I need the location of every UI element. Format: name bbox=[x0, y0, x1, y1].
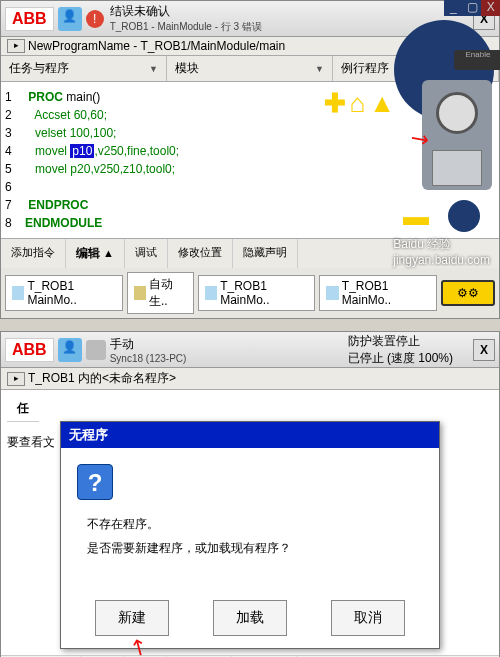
title-text: 结误未确认 T_ROB1 - MainModule - 行 3 错误 bbox=[110, 3, 471, 34]
annotation-minus: ▬ bbox=[403, 197, 429, 236]
fold-icon[interactable]: ▸ bbox=[7, 39, 25, 53]
btn-edit[interactable]: 编辑 ▲ bbox=[66, 239, 125, 268]
btn-modpos[interactable]: 修改位置 bbox=[168, 239, 233, 268]
dialog-text: 不存在程序。 是否需要新建程序，或加载现有程序？ bbox=[87, 512, 423, 560]
prompt-text: 要查看文 bbox=[7, 435, 55, 449]
robot-icon bbox=[86, 340, 106, 360]
highlighted-p10: p10 bbox=[70, 144, 94, 158]
tab-3[interactable]: T_ROB1 MainMo.. bbox=[198, 275, 316, 311]
toolbar-routine[interactable]: 例行程序▼ bbox=[333, 56, 499, 81]
abb-logo: ABB bbox=[5, 7, 54, 31]
titlebar: ABB ! 结误未确认 T_ROB1 - MainModule - 行 3 错误… bbox=[1, 1, 499, 37]
btn-hide-decl[interactable]: 隐藏声明 bbox=[233, 239, 298, 268]
path-bar: ▸ NewProgramName - T_ROB1/MainModule/mai… bbox=[1, 37, 499, 56]
user-icon[interactable] bbox=[58, 7, 82, 31]
btn-add-instr[interactable]: 添加指令 bbox=[1, 239, 66, 268]
toolbar-module[interactable]: 模块▼ bbox=[167, 56, 333, 81]
gear-button[interactable]: ⚙⚙ bbox=[441, 280, 495, 306]
path-bar-2: ▸ T_ROB1 内的<未命名程序> bbox=[1, 368, 499, 390]
question-icon: ? bbox=[77, 464, 113, 500]
path-text-2: T_ROB1 内的<未命名程序> bbox=[28, 370, 176, 387]
abb-logo-2: ABB bbox=[5, 338, 54, 362]
tab-2[interactable]: 自动生.. bbox=[127, 272, 194, 314]
close-button-2[interactable]: X bbox=[473, 339, 495, 361]
dialog-title: 无程序 bbox=[61, 422, 439, 448]
title-main: 结误未确认 bbox=[110, 4, 170, 18]
code-area[interactable]: 1 PROC main() 2 Accset 60,60; 3 velset 1… bbox=[1, 82, 499, 238]
fold-icon-2[interactable]: ▸ bbox=[7, 372, 25, 386]
btn-cancel[interactable]: 取消 bbox=[331, 600, 405, 636]
top-window: ABB ! 结误未确认 T_ROB1 - MainModule - 行 3 错误… bbox=[0, 0, 500, 319]
bottom-window: ABB 手动 Sync18 (123-PC) 防护装置停止 已停止 (速度 10… bbox=[0, 331, 500, 657]
dialog-no-program: 无程序 ? 不存在程序。 是否需要新建程序，或加载现有程序？ 新建 加载 取消 bbox=[60, 421, 440, 649]
title-sub: T_ROB1 - MainModule - 行 3 错误 bbox=[110, 20, 471, 34]
tab-bar: T_ROB1 MainMo.. 自动生.. T_ROB1 MainMo.. T_… bbox=[1, 268, 499, 318]
btn-load[interactable]: 加载 bbox=[213, 600, 287, 636]
tab-1[interactable]: T_ROB1 MainMo.. bbox=[5, 275, 123, 311]
alert-icon[interactable]: ! bbox=[86, 10, 104, 28]
toolbar-tasks[interactable]: 任务与程序▼ bbox=[1, 56, 167, 81]
path-text: NewProgramName - T_ROB1/MainModule/main bbox=[28, 39, 285, 53]
tab-4[interactable]: T_ROB1 MainMo.. bbox=[319, 275, 437, 311]
title-mode: 手动 Sync18 (123-PC) bbox=[110, 336, 328, 364]
user-icon-2[interactable] bbox=[58, 338, 82, 362]
toolbar: 任务与程序▼ 模块▼ 例行程序▼ bbox=[1, 56, 499, 82]
watermark: Baidu 经验jingyan.baidu.com bbox=[393, 236, 490, 267]
titlebar-2: ABB 手动 Sync18 (123-PC) 防护装置停止 已停止 (速度 10… bbox=[1, 332, 499, 368]
close-button[interactable]: X bbox=[473, 8, 495, 30]
annotation-shapes: ✚⌂▲ bbox=[324, 84, 399, 123]
status-block: 防护装置停止 已停止 (速度 100%) bbox=[348, 333, 453, 367]
btn-new[interactable]: 新建 bbox=[95, 600, 169, 636]
btn-debug[interactable]: 调试 bbox=[125, 239, 168, 268]
